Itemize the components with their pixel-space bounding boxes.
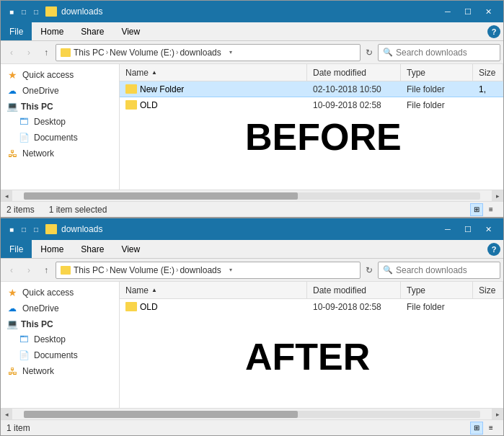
scroll-right-top[interactable]: ▸ [492,190,503,202]
status-items-top: 2 items [6,205,35,215]
close-button-top[interactable]: ✕ [479,4,498,19]
col-header-size-top[interactable]: Size [473,64,503,81]
sidebar-label-desktop-bottom: Desktop [34,334,66,344]
addr-folder-icon-bottom [61,266,71,275]
maximize-button-top[interactable]: ☐ [459,4,477,19]
file-date-old-bottom: 10-09-2018 02:58 [307,302,401,312]
addr-part-1-bottom: This PC [74,265,105,275]
sidebar-bottom: ★ Quick access ☁ OneDrive 💻 This PC 🗔 De… [1,282,120,408]
close-button-bottom[interactable]: ✕ [479,221,498,237]
file-row-old-top[interactable]: OLD 10-09-2018 02:58 File folder [120,97,503,113]
refresh-button-bottom[interactable]: ↻ [362,262,376,278]
scroll-left-top[interactable]: ◂ [1,190,12,202]
addr-chevron-bottom[interactable]: ▾ [226,262,236,279]
tab-share-top[interactable]: Share [72,22,112,40]
up-button-top[interactable]: ↑ [38,45,54,61]
addr-folder-icon-top [61,48,71,57]
tab-share-bottom[interactable]: Share [72,240,112,258]
address-bar-bottom[interactable]: This PC › New Volume (E:) › downloads ▾ [56,262,361,279]
scroll-track-bottom[interactable] [24,411,480,418]
col-header-type-bottom[interactable]: Type [401,282,473,298]
search-input-bottom[interactable] [396,265,495,275]
forward-button-bottom[interactable]: › [21,262,37,278]
sidebar-item-network-top[interactable]: 🖧 Network [1,146,119,161]
help-button-top[interactable]: ? [487,25,500,38]
tab-file-top[interactable]: File [1,22,32,40]
sidebar-label-network-bottom: Network [22,366,54,376]
sidebar-item-onedrive-top[interactable]: ☁ OneDrive [1,83,119,99]
sidebar-this-pc-bottom[interactable]: 💻 This PC [1,316,119,332]
net-icon-top: 🖧 [6,148,18,159]
col-header-name-bottom[interactable]: Name ▲ [120,282,307,298]
sidebar-item-documents-bottom[interactable]: 📄 Documents [1,347,119,363]
star-icon-bottom: ★ [6,287,18,298]
nav-bar-bottom: ‹ › ↑ This PC › New Volume (E:) › downlo… [1,259,503,282]
maximize-button-bottom[interactable]: ☐ [459,221,477,237]
minimize-button-bottom[interactable]: ─ [438,221,457,237]
search-box-top[interactable]: 🔍 [378,44,500,61]
sidebar-label-documents-bottom: Documents [34,350,78,360]
view-grid-bottom[interactable]: ⊞ [470,422,483,435]
sidebar-this-pc-top[interactable]: 💻 This PC [1,99,119,114]
address-text-bottom: This PC › New Volume (E:) › downloads [74,265,221,275]
sidebar-item-network-bottom[interactable]: 🖧 Network [1,363,119,379]
back-button-bottom[interactable]: ‹ [4,262,19,278]
back-button-top[interactable]: ‹ [4,45,19,61]
ribbon-top: File Home Share View ? [1,22,503,41]
window-title-bottom: downloads [61,224,102,234]
col-header-date-top[interactable]: Date modified [307,64,401,81]
desk-icon-top: 🗔 [18,116,30,128]
scroll-track-top[interactable] [24,192,480,200]
col-header-date-bottom[interactable]: Date modified [307,282,401,298]
tab-view-bottom[interactable]: View [112,240,149,258]
sidebar-item-onedrive-bottom[interactable]: ☁ OneDrive [1,301,119,316]
file-type-old-top: File folder [401,100,473,110]
status-items-bottom: 1 item [6,423,30,433]
col-header-type-top[interactable]: Type [401,64,473,81]
sidebar-item-quick-access-top[interactable]: ★ Quick access [1,67,119,83]
search-box-bottom[interactable]: 🔍 [378,262,500,279]
after-label: AFTER [245,335,370,378]
view-grid-top[interactable]: ⊞ [470,203,483,216]
help-button-bottom[interactable]: ? [487,243,500,256]
col-header-name-top[interactable]: Name ▲ [120,64,307,81]
folder-icon-old-top [125,100,137,110]
scroll-thumb-bottom [24,411,298,418]
scroll-area-bottom[interactable]: ◂ ▸ [1,408,503,419]
sidebar-item-desktop-top[interactable]: 🗔 Desktop [1,114,119,130]
view-list-top[interactable]: ≡ [485,203,498,216]
addr-part-1-top: This PC [74,48,105,58]
tab-file-bottom[interactable]: File [1,240,32,258]
title-bar-bottom: ■ □ □ downloads ─ ☐ ✕ [1,218,503,240]
refresh-button-top[interactable]: ↻ [362,45,376,61]
up-button-bottom[interactable]: ↑ [38,262,54,278]
window-title-top: downloads [61,6,102,17]
minimize-button-top[interactable]: ─ [438,4,457,19]
sidebar-item-documents-top[interactable]: 📄 Documents [1,130,119,146]
addr-part-2-top: New Volume (E:) [110,48,174,58]
sidebar-label-desktop-top: Desktop [34,117,66,127]
folder-icon-old-bottom [125,302,137,311]
sidebar-item-quick-access-bottom[interactable]: ★ Quick access [1,285,119,301]
tab-home-top[interactable]: Home [32,22,72,40]
sidebar-item-desktop-bottom[interactable]: 🗔 Desktop [1,332,119,347]
scroll-area-top[interactable]: ◂ ▸ [1,190,503,201]
tab-home-bottom[interactable]: Home [32,240,72,258]
scroll-left-bottom[interactable]: ◂ [1,409,12,420]
address-bar-top[interactable]: This PC › New Volume (E:) › downloads ▾ [56,44,361,61]
view-list-bottom[interactable]: ≡ [485,422,498,435]
sidebar-label-onedrive-bottom: OneDrive [22,303,59,313]
addr-chevron-top[interactable]: ▾ [226,44,236,61]
window-folder-icon [45,6,57,17]
file-type-new-folder: File folder [401,84,473,94]
col-header-size-bottom[interactable]: Size [473,282,503,298]
file-row-new-folder[interactable]: New Folder 02-10-2018 10:50 File folder … [120,81,503,97]
search-input-top[interactable] [396,48,495,58]
sidebar-label-this-pc-top: This PC [21,102,53,112]
scroll-right-bottom[interactable]: ▸ [492,409,503,420]
file-name-old-bottom: OLD [120,302,307,312]
tab-view-top[interactable]: View [112,22,149,40]
file-row-old-bottom[interactable]: OLD 10-09-2018 02:58 File folder [120,299,503,315]
title-bar-icon-2b: □ [19,224,29,234]
forward-button-top[interactable]: › [21,45,37,61]
